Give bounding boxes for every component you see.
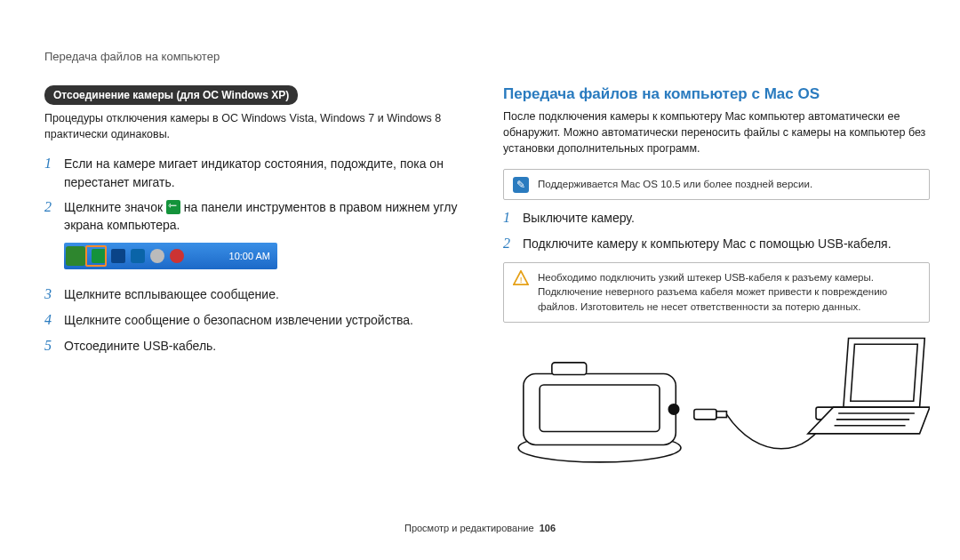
tray-volume-icon (150, 249, 164, 263)
taskbar-tray: 10:00 AM (64, 243, 277, 269)
tray-alert-icon (170, 249, 184, 263)
page-footer: Просмотр и редактирование 106 (0, 523, 960, 533)
left-intro: Процедуры отключения камеры в ОС Windows… (44, 110, 471, 142)
svg-point-5 (668, 404, 678, 413)
step-number: 3 (44, 285, 64, 304)
left-step-1: 1 Если на камере мигает индикатор состоя… (44, 155, 471, 191)
svg-rect-7 (694, 409, 716, 419)
step-number: 1 (503, 209, 523, 228)
usb-illustration (503, 337, 930, 461)
start-button-icon (66, 246, 85, 266)
mac-heading: Передача файлов на компьютер с Mac OS (503, 85, 930, 103)
safely-remove-icon (166, 200, 180, 214)
right-intro: После подключения камеры к компьютеру Ma… (503, 108, 930, 156)
left-column: Отсоединение камеры (для ОС Windows XP) … (44, 85, 471, 363)
warning-text: Необходимо подключить узкий штекер USB-к… (538, 272, 887, 312)
step-text: Выключите камеру. (523, 209, 635, 227)
badge-heading: Отсоединение камеры (для ОС Windows XP) (44, 85, 298, 105)
right-step-1: 1 Выключите камеру. (503, 209, 930, 228)
step-number: 2 (503, 235, 523, 253)
svg-marker-11 (851, 344, 917, 401)
step-number: 4 (44, 311, 64, 330)
right-column: Передача файлов на компьютер с Mac OS По… (503, 85, 930, 461)
svg-rect-8 (716, 411, 726, 417)
warning-box: ! Необходимо подключить узкий штекер USB… (503, 262, 930, 323)
right-step-2: 2 Подключите камеру к компьютеру Mac с п… (503, 235, 930, 253)
step2-pre: Щелкните значок (64, 200, 166, 214)
step-text: Если на камере мигает индикатор состояни… (64, 155, 471, 191)
note-text: Поддерживается Mac OS 10.5 или более поз… (538, 179, 812, 189)
footer-page-number: 106 (540, 523, 556, 533)
tray-shield-icon (111, 249, 125, 263)
step-number: 2 (44, 198, 64, 217)
page-header: Передача файлов на компьютер (44, 50, 220, 63)
warning-icon: ! (513, 270, 529, 286)
step-number: 1 (44, 155, 64, 173)
left-step-5: 5 Отсоедините USB-кабель. (44, 337, 471, 356)
step-text: Подключите камеру к компьютеру Mac с пом… (523, 235, 892, 252)
svg-rect-4 (540, 385, 660, 432)
step-number: 5 (44, 337, 64, 356)
note-box: ✎ Поддерживается Mac OS 10.5 или более п… (503, 169, 930, 200)
svg-text:!: ! (520, 274, 523, 284)
left-step-2: 2 Щелкните значок на панели инструментов… (44, 198, 471, 235)
left-step-3: 3 Щелкните всплывающее сообщение. (44, 285, 471, 304)
tray-clock: 10:00 AM (229, 251, 270, 261)
left-step-4: 4 Щелкните сообщение о безопасном извлеч… (44, 311, 471, 330)
step-text: Щелкните всплывающее сообщение. (64, 285, 279, 303)
svg-rect-6 (552, 363, 587, 375)
info-icon: ✎ (513, 177, 529, 193)
step-text: Щелкните значок на панели инструментов в… (64, 198, 471, 235)
tray-network-icon (131, 249, 145, 263)
footer-label: Просмотр и редактирование (404, 523, 534, 533)
step-text: Отсоедините USB-кабель. (64, 337, 216, 355)
step-text: Щелкните сообщение о безопасном извлечен… (64, 311, 413, 329)
tray-highlight (85, 245, 107, 267)
